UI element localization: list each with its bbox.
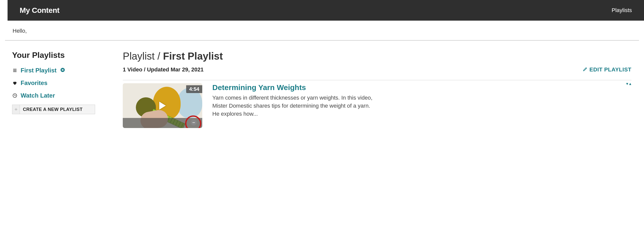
sort-toggle-icon[interactable]: ▼▲	[625, 82, 631, 86]
sidebar-item-label: Watch Later	[21, 92, 55, 99]
thumbnail-footer	[123, 118, 202, 128]
nav-playlists[interactable]: Playlists	[612, 7, 632, 14]
remove-video-button[interactable]	[191, 119, 197, 125]
playlist-meta-row: 1 Video / Updated Mar 29, 2021 EDIT PLAY…	[123, 66, 631, 80]
video-row: ▼▲ 4:54 Determining Yarn Weights Yar	[123, 80, 631, 128]
video-description: Yarn comes in different thicknesses or y…	[212, 94, 378, 118]
create-playlist-label: CREATE A NEW PLAYLIST	[20, 107, 83, 112]
heart-icon	[12, 80, 18, 86]
playlist-meta: 1 Video / Updated Mar 29, 2021	[123, 66, 204, 73]
greeting-text: Hello,	[5, 21, 639, 40]
breadcrumb-current: First Playlist	[163, 51, 223, 62]
video-thumbnail[interactable]: 4:54	[123, 83, 202, 128]
sidebar-item-first-playlist[interactable]: First Playlist	[12, 67, 105, 74]
sidebar-item-watch-later[interactable]: Watch Later	[12, 92, 105, 99]
video-info: Determining Yarn Weights Yarn comes in d…	[212, 83, 631, 128]
sidebar-item-favorites[interactable]: Favorites	[12, 79, 105, 87]
delete-playlist-icon[interactable]	[60, 67, 65, 74]
main-area: Your Playlists First Playlist	[0, 40, 644, 128]
sidebar-heading: Your Playlists	[12, 51, 105, 60]
pencil-icon	[583, 66, 587, 73]
thumbnail-image: 4:54	[123, 83, 202, 128]
sidebar: Your Playlists First Playlist	[12, 51, 105, 128]
clock-icon	[12, 93, 18, 98]
content-area: Playlist / First Playlist 1 Video / Upda…	[123, 51, 639, 128]
edit-playlist-label: EDIT PLAYLIST	[589, 66, 631, 73]
create-playlist-button[interactable]: + CREATE A NEW PLAYLIST	[12, 105, 95, 114]
topbar: My Content Playlists	[8, 0, 644, 21]
plus-icon: +	[12, 105, 20, 114]
play-icon	[159, 102, 166, 110]
list-icon	[12, 68, 18, 73]
video-title-link[interactable]: Determining Yarn Weights	[212, 83, 631, 92]
sidebar-item-label: Favorites	[21, 79, 48, 87]
breadcrumb: Playlist / First Playlist	[123, 51, 631, 62]
page-title: My Content	[20, 6, 59, 15]
breadcrumb-prefix: Playlist /	[123, 51, 163, 62]
edit-playlist-button[interactable]: EDIT PLAYLIST	[583, 66, 631, 73]
sidebar-item-label: First Playlist	[21, 67, 57, 74]
video-duration: 4:54	[186, 85, 202, 93]
